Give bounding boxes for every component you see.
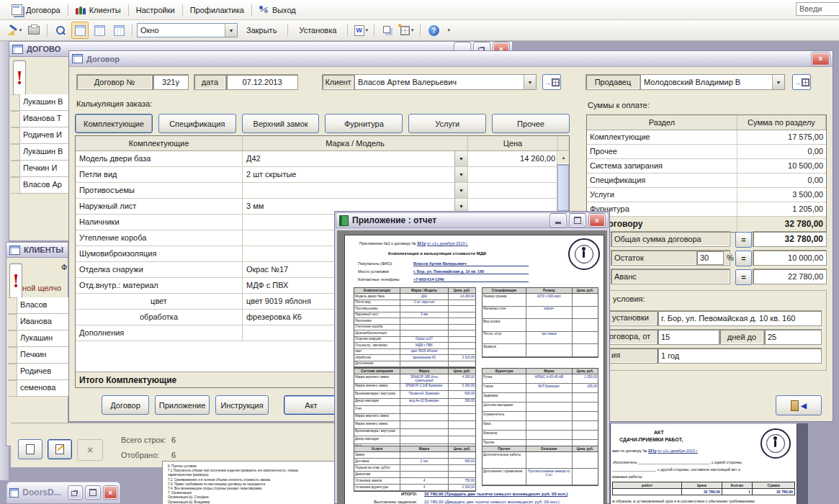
minimized-close-button[interactable]: × <box>104 486 117 499</box>
annex-minimize-button[interactable] <box>550 214 566 227</box>
help-question-box[interactable]: Введи <box>796 2 839 16</box>
grid-row[interactable]: Противосъемы ▼ <box>76 183 569 199</box>
contract-row[interactable]: Родичев И <box>11 127 74 144</box>
new-object-button[interactable]: *▾ <box>398 22 416 39</box>
open-client-form-button[interactable]: → <box>542 74 561 90</box>
contract-dialog-titlebar[interactable]: Договор × <box>69 51 833 67</box>
minimized-window-title: DoorsD... <box>22 487 60 498</box>
word-export-button[interactable]: W▾ <box>352 22 369 39</box>
print-contract-button[interactable]: Договор <box>102 395 149 415</box>
client-row[interactable]: Иванова <box>8 314 69 330</box>
grid-row[interactable]: Модель двери база Д42 ▼ 14 260,00 <box>76 151 569 167</box>
design-icon <box>7 26 18 35</box>
menu-clients[interactable]: Клиенты <box>70 4 127 17</box>
tab-spetsifikatsiya[interactable]: Спецификация <box>158 114 236 133</box>
warranty-field[interactable]: 1 год <box>658 348 822 364</box>
record-selector[interactable] <box>8 347 17 364</box>
scroll-up-icon[interactable]: ▲ <box>557 151 569 164</box>
contract-date-field[interactable]: 07.12.2013 <box>226 74 298 90</box>
clients-window-titlebar[interactable]: КЛИЕНТЫ <box>6 242 68 258</box>
record-selector[interactable] <box>8 330 17 347</box>
chevron-down-icon[interactable]: ▼ <box>225 24 237 37</box>
record-selector[interactable] <box>8 380 17 397</box>
annex-table-other: ПрочееОписаниеЦена, руб. Дополнительные … <box>482 446 598 486</box>
minimized-restore-button[interactable] <box>68 486 82 499</box>
tab-uslugi[interactable]: Услуги <box>408 114 486 133</box>
annex-close-button[interactable]: × <box>589 214 605 227</box>
exclamation-button[interactable]: ! <box>9 264 22 298</box>
menu-settings[interactable]: Настройки <box>130 4 181 17</box>
record-selector[interactable] <box>11 94 20 111</box>
recalc-rest-button[interactable]: = <box>735 251 752 266</box>
client-row[interactable]: Печкин <box>8 347 69 364</box>
contract-row[interactable]: Лукашин В <box>11 144 74 161</box>
contract-row[interactable]: Власов Ар <box>11 177 74 194</box>
print-annex-button[interactable]: Приложение <box>155 395 210 415</box>
minimized-window-titlebar[interactable]: DoorsD... × <box>6 481 121 504</box>
minimized-maximize-button[interactable] <box>86 486 99 499</box>
client-combobox[interactable]: Власов Артем Валерьевич ▼ <box>354 74 537 90</box>
close-window-button[interactable]: Закрыть <box>240 19 283 41</box>
view-one-page-button[interactable] <box>71 22 89 39</box>
grid-row[interactable]: Петли вид 2 шт скрытые ▼ <box>76 167 569 183</box>
zoom-button[interactable] <box>52 22 69 39</box>
contract-row[interactable]: Лукашин В <box>11 94 74 111</box>
delete-record-button[interactable]: × <box>77 439 103 461</box>
new-record-button[interactable] <box>18 439 42 459</box>
record-selector[interactable] <box>11 111 20 127</box>
record-selector[interactable] <box>8 314 17 330</box>
annex-window-titlebar[interactable]: Приложение : отчет × <box>336 212 609 228</box>
exit-dialog-button[interactable]: ◀ <box>776 395 822 415</box>
chevron-down-icon[interactable]: ▼ <box>454 167 467 182</box>
recalc-advance-button[interactable]: = <box>735 269 752 285</box>
setup-button[interactable]: Установка <box>292 19 343 41</box>
chevron-down-icon[interactable]: ▼ <box>454 183 467 198</box>
chevron-down-icon[interactable]: ▼ <box>454 151 467 166</box>
client-row[interactable]: Лукашин <box>8 330 69 347</box>
install-address-field[interactable]: г. Бор, ул. Певомайская д. 10 кв. 160 <box>658 310 822 326</box>
print-act-button[interactable]: Акт <box>284 395 338 415</box>
tab-furnitura[interactable]: Фурнитура <box>325 114 403 133</box>
client-row[interactable]: Родичев <box>8 364 69 380</box>
chevron-down-icon[interactable]: ▼ <box>772 75 784 89</box>
window-combobox[interactable]: Окно ▼ <box>137 23 238 37</box>
client-row[interactable]: семенова <box>8 380 69 397</box>
print-instruction-button[interactable]: Инструкция <box>215 395 269 415</box>
exclamation-button[interactable]: ! <box>13 60 26 95</box>
scroll-thumb[interactable] <box>557 165 569 211</box>
record-selector[interactable] <box>11 161 20 177</box>
dialog-close-button[interactable]: × <box>812 53 830 66</box>
record-selector[interactable] <box>11 127 20 144</box>
database-window-button[interactable] <box>379 22 396 39</box>
view-multi-pages-button[interactable] <box>110 22 127 39</box>
term-from-field[interactable]: 15 <box>658 329 719 345</box>
recalc-total-button[interactable]: = <box>735 232 752 248</box>
menu-maintenance[interactable]: Профилактика <box>184 4 250 17</box>
record-selector[interactable] <box>11 144 20 161</box>
annex-maximize-button[interactable] <box>570 214 585 227</box>
chevron-down-icon[interactable]: ▼ <box>524 75 536 89</box>
record-selector[interactable] <box>11 177 20 194</box>
client-row[interactable]: Власов <box>8 297 69 314</box>
annex-table-row: Броненакладка / вертушкаПрометей, Бумера… <box>354 391 475 399</box>
help-button[interactable]: ? <box>425 22 442 39</box>
print-button[interactable] <box>25 22 42 39</box>
rest-percent-field[interactable]: 30 <box>696 251 724 265</box>
design-view-button[interactable]: ▾ <box>6 22 23 39</box>
edit-record-button[interactable] <box>48 439 72 459</box>
tab-verkhniy-zamok[interactable]: Верхний замок <box>242 114 320 133</box>
tab-prochee[interactable]: Прочее <box>492 114 570 133</box>
term-to-field[interactable]: 25 <box>764 329 822 345</box>
menu-contracts[interactable]: Договора <box>6 2 66 17</box>
open-seller-form-button[interactable]: → <box>792 74 811 90</box>
record-selector[interactable] <box>8 364 17 380</box>
tab-komplektuyushchie[interactable]: Комплектующие <box>75 114 153 133</box>
seller-combobox[interactable]: Молодовский Владимир В ▼ <box>640 74 785 90</box>
menu-exit[interactable]: Выход <box>254 4 302 17</box>
contract-row[interactable]: Иванова Т <box>11 111 74 127</box>
record-selector[interactable] <box>8 297 17 314</box>
view-two-pages-button[interactable] <box>91 22 108 39</box>
contract-row[interactable]: Печкин И <box>11 161 74 177</box>
contract-number-field[interactable]: 321у <box>153 74 189 90</box>
toolbar-overflow-handle[interactable]: ▾ <box>447 27 450 33</box>
